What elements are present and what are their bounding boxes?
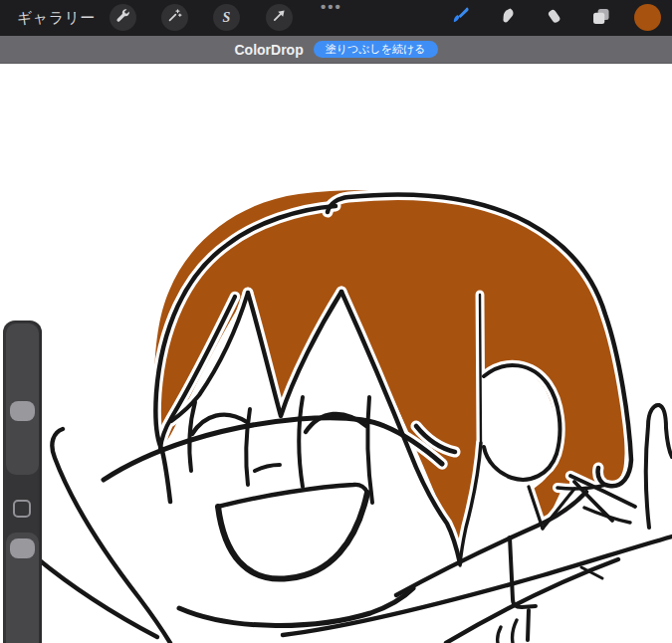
drawing-canvas[interactable] bbox=[0, 64, 672, 643]
adjustments-button[interactable] bbox=[161, 4, 188, 31]
canvas-options-button[interactable]: ••• bbox=[321, 0, 342, 15]
colordrop-banner: ColorDrop 塗りつぶしを続ける bbox=[0, 36, 672, 64]
colordrop-continue-button[interactable]: 塗りつぶしを続ける bbox=[314, 41, 438, 58]
layers-button[interactable] bbox=[585, 3, 615, 33]
current-color-button[interactable] bbox=[634, 4, 661, 31]
actions-button[interactable] bbox=[110, 4, 136, 31]
eraser-tool-button[interactable] bbox=[539, 3, 568, 33]
layers-icon bbox=[589, 5, 612, 32]
eraser-icon bbox=[543, 5, 565, 32]
brush-sidebar bbox=[3, 321, 42, 643]
brush-size-handle[interactable] bbox=[10, 401, 35, 421]
wrench-icon bbox=[114, 7, 131, 28]
paint-tool-button[interactable] bbox=[446, 3, 476, 33]
selection-button[interactable]: S bbox=[213, 4, 240, 31]
opacity-handle[interactable] bbox=[10, 538, 35, 558]
selection-s-icon: S bbox=[223, 11, 231, 25]
smudge-tool-button[interactable] bbox=[492, 3, 522, 33]
paint-brush-icon bbox=[449, 4, 473, 32]
colordrop-title: ColorDrop bbox=[234, 42, 303, 58]
top-toolbar: ギャラリー S bbox=[0, 0, 672, 36]
procreate-window: ギャラリー S bbox=[0, 0, 672, 643]
gallery-button[interactable]: ギャラリー bbox=[17, 0, 96, 36]
magic-wand-icon bbox=[166, 7, 183, 28]
brush-size-slider[interactable] bbox=[6, 323, 39, 475]
canvas-artwork bbox=[0, 64, 672, 643]
transform-button[interactable] bbox=[266, 4, 293, 31]
transform-arrow-icon bbox=[271, 7, 288, 28]
smudge-icon bbox=[496, 5, 519, 32]
modify-button[interactable] bbox=[13, 500, 31, 518]
